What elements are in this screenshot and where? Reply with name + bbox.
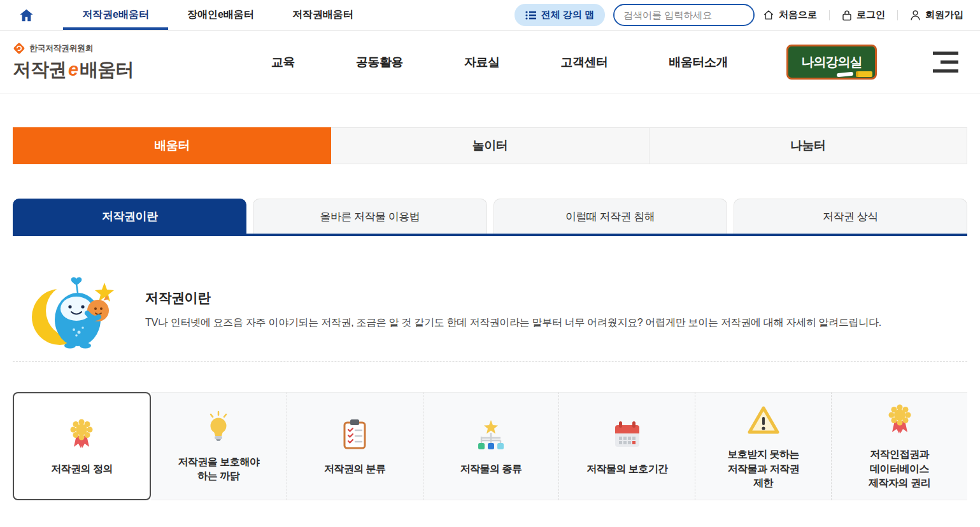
nav-resources[interactable]: 자료실 xyxy=(464,54,500,71)
course-map-button[interactable]: 전체 강의 맵 xyxy=(515,4,605,26)
nav-customer-center[interactable]: 고객센터 xyxy=(561,54,608,71)
logo-word-1: 저작권 xyxy=(13,59,66,80)
card-label: 저작물의 종류 xyxy=(460,462,522,476)
intro-section: 저작권이란 TV나 인터넷에 요즈음 자주 이야기되는 저작권, 조금은 알 것… xyxy=(13,269,967,353)
site-logo[interactable]: 한국저작권위원회 저작권e배움터 xyxy=(13,42,146,83)
intro-description: TV나 인터넷에 요즈음 자주 이야기되는 저작권, 조금은 알 것 같기도 한… xyxy=(145,316,881,330)
course-map-label: 전체 강의 맵 xyxy=(541,9,594,21)
search-input[interactable] xyxy=(614,10,755,20)
my-classroom-label: 나의강의실 xyxy=(802,55,862,69)
house-outline-icon xyxy=(763,10,774,20)
topic-tabs: 저작권이란 올바른 저작물 이용법 이럴때 저작권 침해 저작권 상식 xyxy=(13,199,967,236)
person-icon xyxy=(910,10,921,21)
logo-org-name: 한국저작권위원회 xyxy=(29,43,93,54)
card-neighboring-rights[interactable]: 저작인접권과 데이터베이스 제작자의 권리 xyxy=(832,392,967,500)
signup-link[interactable]: 회원가입 xyxy=(910,9,963,21)
go-home-label: 처음으로 xyxy=(779,9,817,21)
card-copyright-classification[interactable]: 저작권의 분류 xyxy=(287,392,423,500)
warning-icon xyxy=(747,402,780,435)
tab-noriteo[interactable]: 놀이터 xyxy=(331,127,649,164)
card-work-types[interactable]: 저작물의 종류 xyxy=(423,392,560,500)
lightbulb-icon xyxy=(206,409,231,442)
section-divider xyxy=(13,361,967,362)
card-label: 저작권의 정의 xyxy=(51,462,113,476)
medal-icon xyxy=(67,416,96,449)
card-label: 저작인접권과 데이터베이스 제작자의 권리 xyxy=(869,447,930,490)
home-button[interactable] xyxy=(19,0,34,30)
menu-button[interactable] xyxy=(933,52,958,73)
section-tabs: 배움터 놀이터 나눔터 xyxy=(13,127,967,164)
logo-word-2: 배움터 xyxy=(80,59,133,80)
home-icon xyxy=(19,8,34,22)
site-switcher: 저작권e배움터 장애인e배움터 저작권배움터 xyxy=(63,0,373,30)
lock-icon xyxy=(842,10,852,21)
card-label: 저작권의 분류 xyxy=(324,462,386,476)
tab-infringement[interactable]: 이럴때 저작권 침해 xyxy=(494,199,727,234)
eraser-icon xyxy=(856,71,872,77)
calendar-icon xyxy=(613,416,642,449)
login-link[interactable]: 로그인 xyxy=(842,9,885,21)
mascot-image xyxy=(27,274,120,349)
kcc-logo-icon xyxy=(13,42,25,55)
medal-icon xyxy=(886,402,914,435)
card-label: 저작물의 보호기간 xyxy=(586,462,668,476)
card-why-protect[interactable]: 저작권을 보호해야 하는 까닭 xyxy=(151,392,287,500)
hierarchy-icon xyxy=(476,416,506,449)
tab-common-sense[interactable]: 저작권 상식 xyxy=(734,199,967,234)
tab-what-is-copyright[interactable]: 저작권이란 xyxy=(13,199,246,234)
topbar-utilities: 전체 강의 맵 처음으로 로그인 xyxy=(515,0,963,30)
login-label: 로그인 xyxy=(856,9,885,21)
signup-label: 회원가입 xyxy=(925,9,963,21)
hamburger-icon xyxy=(933,69,958,73)
card-copyright-definition[interactable]: 저작권의 정의 xyxy=(13,392,151,500)
top-utility-bar: 저작권e배움터 장애인e배움터 저작권배움터 전체 강의 맵 처음 xyxy=(0,0,980,31)
clipboard-icon xyxy=(343,416,367,449)
card-label: 저작권을 보호해야 하는 까닭 xyxy=(178,455,259,484)
list-icon xyxy=(525,11,536,20)
my-classroom-button[interactable]: 나의강의실 xyxy=(786,45,877,80)
site-tab-disabled-e[interactable]: 장애인e배움터 xyxy=(168,0,273,30)
nav-shared-use[interactable]: 공동활용 xyxy=(356,54,403,71)
chalk-icon xyxy=(837,72,853,78)
tab-proper-use[interactable]: 올바른 저작물 이용법 xyxy=(253,199,486,234)
tab-nanumteo[interactable]: 나눔터 xyxy=(650,127,967,164)
intro-text: 저작권이란 TV나 인터넷에 요즈음 자주 이야기되는 저작권, 조금은 알 것… xyxy=(145,289,881,334)
search-box xyxy=(613,4,755,26)
hamburger-icon xyxy=(933,52,958,55)
card-unprotected-works[interactable]: 보호받지 못하는 저작물과 저작권 제한 xyxy=(695,392,832,500)
nav-about[interactable]: 배움터소개 xyxy=(669,54,728,71)
topic-card-list: 저작권의 정의 저작권을 보호해야 하는 까닭 xyxy=(13,392,967,500)
divider xyxy=(897,10,898,20)
site-header: 한국저작권위원회 저작권e배움터 교육 공동활용 자료실 고객센터 배움터소개 … xyxy=(0,31,980,94)
hamburger-icon xyxy=(941,60,958,64)
nav-education[interactable]: 교육 xyxy=(271,54,295,71)
tab-baeumteo[interactable]: 배움터 xyxy=(13,127,331,164)
logo-org-row: 한국저작권위원회 xyxy=(13,42,146,55)
site-tab-copyright-e[interactable]: 저작권e배움터 xyxy=(63,0,168,30)
card-label: 보호받지 못하는 저작물과 저작권 제한 xyxy=(728,447,799,490)
card-protection-period[interactable]: 저작물의 보호기간 xyxy=(559,392,695,500)
divider xyxy=(829,10,830,20)
go-home-link[interactable]: 처음으로 xyxy=(763,9,817,21)
logo-title: 저작권e배움터 xyxy=(13,57,146,83)
intro-title: 저작권이란 xyxy=(145,289,881,307)
main-navigation: 교육 공동활용 자료실 고객센터 배움터소개 xyxy=(271,54,728,71)
logo-word-e: e xyxy=(66,59,80,80)
site-tab-copyright[interactable]: 저작권배움터 xyxy=(273,0,373,30)
